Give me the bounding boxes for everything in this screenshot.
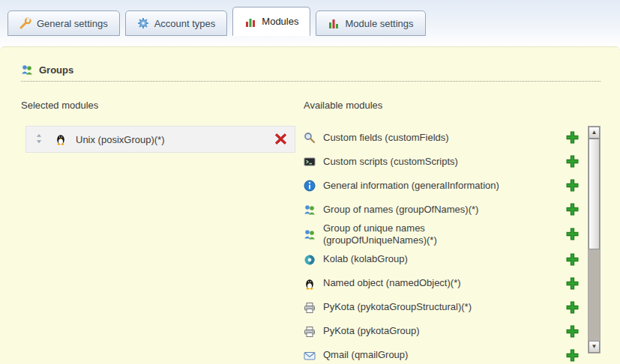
kolab-icon bbox=[304, 254, 316, 266]
plus-icon bbox=[565, 349, 579, 363]
available-module-row: Named object (namedObject)(*) bbox=[304, 272, 585, 296]
scroll-down-icon: ▼ bbox=[592, 344, 598, 350]
scrollbar-thumb[interactable] bbox=[589, 139, 600, 249]
section-header-groups: Groups bbox=[21, 64, 601, 82]
available-modules-list: Custom fields (customFields) bbox=[304, 126, 585, 364]
tab-label: Account types bbox=[154, 18, 216, 29]
available-module-row: Custom scripts (customScripts) bbox=[304, 150, 585, 174]
plus-icon bbox=[565, 325, 579, 339]
add-module-button[interactable] bbox=[565, 155, 585, 169]
tab-label: Module settings bbox=[345, 18, 413, 29]
available-module-label: Named object (namedObject)(*) bbox=[323, 277, 527, 289]
selected-module-row: Unix (posixGroup)(*) bbox=[25, 126, 295, 153]
plus-icon bbox=[565, 131, 579, 145]
available-module-row: PyKota (pykotaGroup) bbox=[304, 320, 585, 344]
available-module-label: Qmail (qmailGroup) bbox=[323, 349, 527, 361]
selected-modules-heading: Selected modules bbox=[21, 100, 304, 111]
plus-icon bbox=[565, 155, 579, 169]
scrollbar-track[interactable] bbox=[589, 249, 600, 341]
available-module-label: Kolab (kolabGroup) bbox=[323, 253, 527, 265]
magnifier-icon bbox=[304, 132, 316, 144]
plus-icon bbox=[565, 179, 579, 192]
config-tabbar: General settings Account types bbox=[7, 6, 613, 36]
group-icon bbox=[21, 64, 33, 76]
modules-icon bbox=[244, 16, 256, 28]
plus-icon bbox=[565, 228, 579, 241]
available-module-label: Custom scripts (customScripts) bbox=[323, 156, 527, 168]
printer-icon bbox=[304, 326, 316, 338]
scroll-up-button[interactable]: ▲ bbox=[589, 127, 600, 139]
available-module-label: Group of names (groupOfNames)(*) bbox=[323, 204, 527, 216]
available-module-label: Group of unique names (groupOfUniqueName… bbox=[323, 222, 527, 247]
wrench-icon bbox=[19, 17, 31, 29]
remove-module-button[interactable] bbox=[274, 133, 287, 146]
add-module-button[interactable] bbox=[565, 277, 585, 291]
gear-icon bbox=[137, 17, 149, 29]
add-module-button[interactable] bbox=[565, 253, 585, 267]
available-module-row: Qmail (qmailGroup) bbox=[304, 344, 585, 364]
available-module-label: PyKota (pykotaGroupStructural)(*) bbox=[323, 301, 527, 313]
mail-icon bbox=[304, 350, 316, 362]
scroll-up-icon: ▲ bbox=[592, 130, 598, 136]
plus-icon bbox=[565, 301, 579, 315]
add-module-button[interactable] bbox=[565, 203, 585, 216]
add-module-button[interactable] bbox=[565, 301, 585, 315]
available-module-row: Custom fields (customFields) bbox=[304, 126, 585, 150]
selected-module-label: Unix (posixGroup)(*) bbox=[76, 134, 265, 145]
add-module-button[interactable] bbox=[565, 349, 585, 363]
module-settings-icon bbox=[328, 17, 340, 29]
tab-module-settings[interactable]: Module settings bbox=[316, 10, 425, 36]
move-handle-icon[interactable] bbox=[34, 133, 46, 145]
available-module-label: General information (generalInformation) bbox=[323, 180, 527, 192]
info-icon bbox=[304, 180, 316, 192]
group-icon bbox=[304, 228, 316, 240]
available-module-row: Group of unique names (groupOfUniqueName… bbox=[304, 222, 585, 248]
available-module-row: Kolab (kolabGroup) bbox=[304, 248, 585, 272]
group-icon bbox=[304, 204, 316, 216]
lam-configuration-page: General settings Account types bbox=[0, 0, 620, 364]
available-module-row: PyKota (pykotaGroupStructural)(*) bbox=[304, 296, 585, 320]
tux-icon bbox=[304, 278, 316, 290]
tab-general-settings[interactable]: General settings bbox=[7, 10, 120, 36]
available-module-row: General information (generalInformation) bbox=[304, 174, 585, 198]
scroll-down-button[interactable]: ▼ bbox=[589, 341, 600, 353]
add-module-button[interactable] bbox=[565, 131, 585, 145]
script-icon bbox=[304, 156, 316, 168]
add-module-button[interactable] bbox=[565, 179, 585, 192]
tab-label: General settings bbox=[37, 18, 108, 29]
available-module-label: Custom fields (customFields) bbox=[323, 132, 527, 144]
plus-icon bbox=[565, 277, 579, 291]
plus-icon bbox=[565, 203, 579, 216]
plus-icon bbox=[565, 253, 579, 267]
add-module-button[interactable] bbox=[565, 228, 585, 241]
available-module-label: PyKota (pykotaGroup) bbox=[323, 325, 527, 337]
tab-modules[interactable]: Modules bbox=[232, 7, 310, 36]
tux-icon bbox=[55, 133, 67, 145]
add-module-button[interactable] bbox=[565, 325, 585, 339]
tab-account-types[interactable]: Account types bbox=[125, 10, 228, 36]
modules-panel: Groups Selected modules bbox=[0, 46, 620, 364]
printer-icon bbox=[304, 302, 316, 314]
available-modules-scrollbar[interactable]: ▲ ▼ bbox=[588, 126, 601, 354]
available-modules-heading: Available modules bbox=[304, 100, 601, 111]
delete-icon bbox=[274, 133, 287, 146]
tab-label: Modules bbox=[262, 16, 298, 27]
available-module-row: Group of names (groupOfNames)(*) bbox=[304, 198, 585, 222]
section-title: Groups bbox=[39, 64, 73, 76]
